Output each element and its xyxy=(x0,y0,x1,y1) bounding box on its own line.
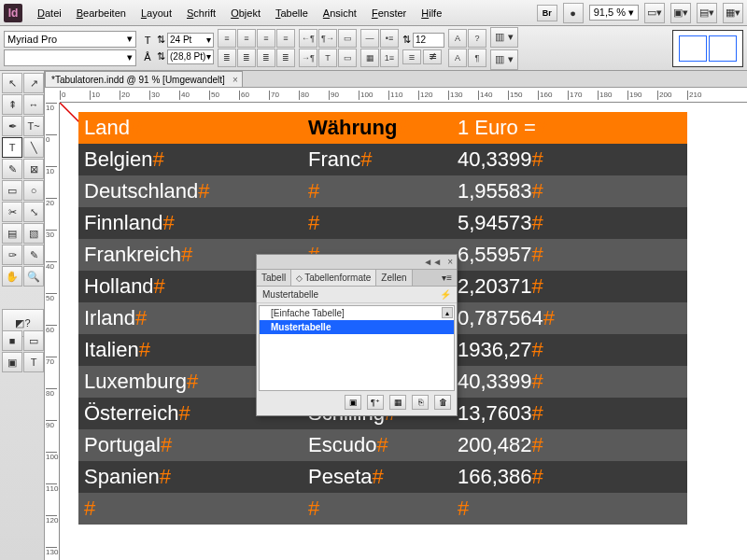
panel-collapse-icon[interactable]: ◄◄ xyxy=(423,257,442,267)
type-on-path-tool[interactable]: T~ xyxy=(23,116,44,136)
table-cell[interactable]: # xyxy=(303,493,452,525)
style-options-icon[interactable]: ▦ xyxy=(389,395,406,410)
menu-tabelle[interactable]: Tabelle xyxy=(268,7,316,19)
line-tool[interactable]: ╲ xyxy=(23,137,44,158)
char-panel-icon[interactable]: A xyxy=(448,49,467,67)
table-cell[interactable]: 40,3399# xyxy=(452,366,687,398)
text-icon[interactable]: T xyxy=(318,49,337,67)
table-cell[interactable]: 6,55957# xyxy=(452,239,687,271)
menu-objekt[interactable]: Objekt xyxy=(223,7,268,19)
table-cell[interactable]: Peseta# xyxy=(303,461,452,493)
table-cell[interactable]: # xyxy=(78,493,303,525)
stepper-icon[interactable]: ⇅ xyxy=(157,34,165,46)
bullet-icon[interactable]: •≡ xyxy=(380,29,399,48)
workspace-icon[interactable]: ▦▾ xyxy=(723,3,743,23)
styles-list[interactable]: [Einfache Tabelle] Mustertabelle ▴ xyxy=(259,305,455,391)
indent-left-icon[interactable]: ←¶ xyxy=(299,29,317,48)
baseline-grid-icon[interactable]: ≡ xyxy=(402,49,421,64)
align-jc-icon[interactable]: ≣ xyxy=(237,49,256,67)
rect-frame-tool[interactable]: ⊠ xyxy=(23,159,44,179)
menu-bearbeiten[interactable]: Bearbeiten xyxy=(69,7,134,19)
hand-tool[interactable]: ✋ xyxy=(2,266,22,287)
quick-apply-icon[interactable]: ▥ ▾ xyxy=(490,27,518,48)
selection-tool[interactable]: ↖ xyxy=(2,73,22,93)
zoom-level[interactable]: 91,5 % ▾ xyxy=(589,5,639,21)
menu-layout[interactable]: Layout xyxy=(134,7,179,19)
apply-color[interactable]: ■ xyxy=(2,330,22,351)
note-tool[interactable]: ✑ xyxy=(2,245,22,265)
delete-style-icon[interactable]: 🗑 xyxy=(434,395,451,410)
panel-close-icon[interactable]: × xyxy=(447,257,453,267)
pages-preview[interactable] xyxy=(672,30,743,67)
gradient-feather-tool[interactable]: ▧ xyxy=(23,223,44,244)
none-icon[interactable]: — xyxy=(360,29,379,48)
stepper-icon[interactable]: ⇅ xyxy=(402,34,411,46)
table-cell[interactable]: Franc# xyxy=(303,144,452,175)
shade-icon[interactable]: ▦ xyxy=(360,49,379,67)
lightning-icon[interactable]: ⚡ xyxy=(440,289,451,300)
direct-selection-tool[interactable]: ↗ xyxy=(23,73,44,93)
menu-ansicht[interactable]: Ansicht xyxy=(316,7,364,19)
menu-fenster[interactable]: Fenster xyxy=(364,7,414,19)
canvas[interactable]: *Tabulatoren.indd @ 91 % [Umgewandelt]× … xyxy=(45,71,747,560)
free-transform-tool[interactable]: ⤡ xyxy=(23,202,44,222)
scroll-up-icon[interactable]: ▴ xyxy=(442,307,453,318)
gradient-swatch-tool[interactable]: ▤ xyxy=(2,223,22,244)
table-cell[interactable]: # xyxy=(303,207,452,239)
table-cell[interactable]: # xyxy=(452,493,687,525)
panel-tab-zellen[interactable]: Zellen xyxy=(376,270,412,286)
table-cell[interactable]: 200,482# xyxy=(452,429,687,461)
close-tab-icon[interactable]: × xyxy=(233,75,238,85)
align-jl-icon[interactable]: ≣ xyxy=(218,49,236,67)
folder-icon[interactable]: ▣ xyxy=(345,395,361,410)
wrap-none-icon[interactable]: ▭ xyxy=(338,29,357,48)
table-cell[interactable]: 2,20371# xyxy=(452,271,687,302)
table-cell[interactable]: 40,3399# xyxy=(452,144,687,175)
table-cell[interactable]: Finnland# xyxy=(78,207,303,239)
arrange-icon[interactable]: ▤▾ xyxy=(697,3,717,23)
format-text[interactable]: T xyxy=(23,352,44,372)
table-cell[interactable]: 5,94573# xyxy=(452,207,687,239)
para-style-icon[interactable]: ? xyxy=(468,29,486,48)
menu-datei[interactable]: Datei xyxy=(30,7,69,19)
scissors-tool[interactable]: ✂ xyxy=(2,202,22,222)
number-icon[interactable]: 1≡ xyxy=(380,49,399,67)
align-justify-icon[interactable]: ≡ xyxy=(276,29,295,48)
eyedropper-tool[interactable]: ✎ xyxy=(23,245,44,265)
align-center-icon[interactable]: ≡ xyxy=(237,29,256,48)
indent-right-icon[interactable]: →¶ xyxy=(299,49,317,67)
menu-hilfe[interactable]: Hilfe xyxy=(414,7,449,19)
type-tool[interactable]: T xyxy=(2,137,22,158)
new-style-icon[interactable]: ⎘ xyxy=(412,395,429,410)
pen-tool[interactable]: ✒ xyxy=(2,116,22,136)
table-cell[interactable]: Deutschland# xyxy=(78,175,303,207)
bridge-button[interactable]: Br xyxy=(537,5,557,21)
ellipse-tool[interactable]: ○ xyxy=(23,180,44,201)
rect-tool[interactable]: ▭ xyxy=(2,180,22,201)
table-cell[interactable]: Spanien# xyxy=(78,461,303,493)
align-jr-icon[interactable]: ≣ xyxy=(257,49,275,67)
font-size-input[interactable]: 24 Pt▾ xyxy=(167,33,214,48)
align-right-icon[interactable]: ≡ xyxy=(257,29,275,48)
gap-tool[interactable]: ↔ xyxy=(23,94,44,115)
table-cell[interactable]: Portugal# xyxy=(78,429,303,461)
view-mode-icon[interactable]: ▭▾ xyxy=(644,3,665,23)
table-cell[interactable]: 13,7603# xyxy=(452,398,687,429)
panel-menu-icon[interactable]: ▾≡ xyxy=(437,270,457,286)
style-item-selected[interactable]: Mustertabelle xyxy=(260,320,454,334)
status-icon[interactable]: ● xyxy=(563,3,584,23)
panel-tab-tabellenformate[interactable]: ◇Tabellenformate xyxy=(291,270,376,286)
table-cell[interactable]: Escudo# xyxy=(303,429,452,461)
stepper-icon[interactable]: ⇅ xyxy=(157,50,165,63)
page-tool[interactable]: ⇞ xyxy=(2,94,22,115)
indent-first-icon[interactable]: ¶→ xyxy=(318,29,337,48)
zoom-tool[interactable]: 🔍 xyxy=(23,266,44,287)
style-item[interactable]: [Einfache Tabelle] xyxy=(260,306,454,320)
document-tab[interactable]: *Tabulatoren.indd @ 91 % [Umgewandelt]× xyxy=(45,71,243,87)
table-cell[interactable]: Belgien# xyxy=(78,144,303,175)
menu-schrift[interactable]: Schrift xyxy=(179,7,223,19)
no-baseline-icon[interactable]: ≢ xyxy=(423,49,442,64)
table-cell[interactable]: 1936,27# xyxy=(452,334,687,366)
table-cell[interactable]: 0,787564# xyxy=(452,302,687,334)
format-container[interactable]: ▣ xyxy=(2,352,22,372)
